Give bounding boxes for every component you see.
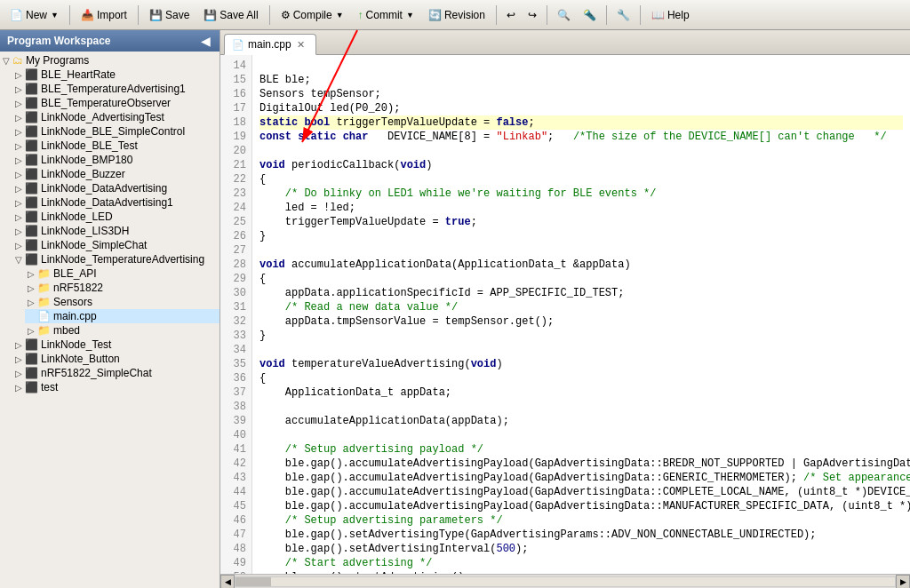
linknode-simplechat-label: LinkNode_SimpleChat <box>41 239 147 251</box>
my-programs-label: My Programs <box>26 54 89 67</box>
code-editor[interactable]: 14 15 16 17 18 19 20 21 22 23 24 25 26 2… <box>220 55 910 574</box>
undo-button[interactable]: ↩ <box>501 4 521 27</box>
linknode-advtest-label: LinkNode_AdvertisingTest <box>41 111 164 123</box>
code-line-48: ble.gap().setAdvertisingInterval(500); <box>259 543 528 555</box>
help-label: Help <box>667 9 690 21</box>
commit-button[interactable]: ↑ Commit ▼ <box>352 4 420 27</box>
line-num-41: 41 <box>226 442 246 457</box>
sidebar-item-my-programs[interactable]: ▽ 🗂 My Programs <box>0 53 220 68</box>
expand-linknode-ble-test-icon: ▷ <box>12 141 25 151</box>
code-line-36: { <box>259 372 266 385</box>
sidebar-item-ble-tempadv1[interactable]: ▷ ⬛ BLE_TemperatureAdvertising1 <box>12 82 220 96</box>
compile-button[interactable]: ⚙ Compile ▼ <box>275 4 350 27</box>
sidebar-item-linknode-ble-test[interactable]: ▷ ⬛ LinkNode_BLE_Test <box>12 139 220 153</box>
commit-dropdown-arrow: ▼ <box>406 11 414 20</box>
program-linknode-lis3dh-icon: ⬛ <box>25 225 38 237</box>
sidebar-item-linknode-advtest[interactable]: ▷ ⬛ LinkNode_AdvertisingTest <box>12 110 220 124</box>
compile-icon: ⚙ <box>281 9 291 21</box>
sidebar-item-linknode-ble-simple[interactable]: ▷ ⬛ LinkNode_BLE_SimpleControl <box>12 124 220 139</box>
sidebar-item-linknode-bmp180[interactable]: ▷ ⬛ LinkNode_BMP180 <box>12 153 220 167</box>
sidebar-item-sensors[interactable]: ▷ 📁 Sensors <box>25 295 220 309</box>
horizontal-scrollbar[interactable]: ◀ ▶ <box>220 574 910 588</box>
sidebar-item-mbed[interactable]: ▷ 📁 mbed <box>25 323 220 338</box>
tab-icon-main-cpp: 📄 <box>232 39 244 51</box>
sidebar-item-nrf51822[interactable]: ▷ 📁 nRF51822 <box>25 281 220 295</box>
redo-icon: ↪ <box>528 9 537 21</box>
folder-my-programs-icon: 🗂 <box>12 54 23 67</box>
search2-button[interactable]: 🔦 <box>578 4 602 27</box>
scroll-track[interactable] <box>235 576 896 587</box>
sidebar-collapse-button[interactable]: ◀ <box>199 34 212 48</box>
code-line-19: const static char DEVICE_NAME[8] = "Link… <box>259 131 887 143</box>
linknode-dataadv-label: LinkNode_DataAdvertising <box>41 182 167 195</box>
sidebar-item-linknode-buzzer[interactable]: ▷ ⬛ LinkNode_Buzzer <box>12 167 220 181</box>
sidebar-item-linknode-test[interactable]: ▷ ⬛ LinkNode_Test <box>12 338 220 352</box>
code-line-33: } <box>259 330 266 342</box>
tab-main-cpp[interactable]: 📄 main.cpp ✕ <box>224 34 316 55</box>
expand-linknote-button-icon: ▷ <box>12 354 25 364</box>
sidebar-item-linknode-lis3dh[interactable]: ▷ ⬛ LinkNode_LIS3DH <box>12 224 220 238</box>
line-num-27: 27 <box>226 243 246 258</box>
expand-nrf51822-icon: ▷ <box>25 283 37 293</box>
line-num-31: 31 <box>226 300 246 314</box>
sidebar-title: Program Workspace <box>7 35 111 47</box>
code-line-32: appData.tmpSensorValue = tempSensor.get(… <box>259 315 554 328</box>
line-numbers: 14 15 16 17 18 19 20 21 22 23 24 25 26 2… <box>220 55 252 574</box>
line-num-23: 23 <box>226 187 246 201</box>
tool-button[interactable]: 🔧 <box>611 4 635 27</box>
save-button[interactable]: 💾 Save <box>143 4 196 27</box>
import-button[interactable]: 📥 Import <box>75 4 133 27</box>
linknode-tempadv-children: ▷ 📁 BLE_API ▷ 📁 nRF51822 ▷ 📁 Sensors <box>12 266 220 338</box>
sidebar-item-main-cpp[interactable]: 📄 main.cpp <box>25 309 220 323</box>
help-button[interactable]: 📖 Help <box>645 4 696 27</box>
expand-nrf51822-simplechat-icon: ▷ <box>12 369 25 378</box>
scroll-left-button[interactable]: ◀ <box>220 575 235 589</box>
code-line-35: void temperatureValueAdvertising(void) <box>259 358 503 370</box>
sidebar-item-ble-tempobs[interactable]: ▷ ⬛ BLE_TemperatureObserver <box>12 96 220 110</box>
sidebar-item-linknode-tempadv[interactable]: ▽ ⬛ LinkNode_TemperatureAdvertising <box>12 252 220 266</box>
program-linknode-ble-simple-icon: ⬛ <box>25 125 38 138</box>
sidebar-item-linknode-simplechat[interactable]: ▷ ⬛ LinkNode_SimpleChat <box>12 238 220 252</box>
line-num-33: 33 <box>226 329 246 343</box>
program-linknode-ble-test-icon: ⬛ <box>25 139 38 152</box>
scroll-right-button[interactable]: ▶ <box>896 575 910 589</box>
line-num-32: 32 <box>226 314 246 329</box>
code-line-43: ble.gap().accumulateAdvertisingPayload(G… <box>259 472 910 484</box>
sidebar-item-linknote-button[interactable]: ▷ ⬛ LinkNote_Button <box>12 352 220 366</box>
test-label: test <box>41 381 58 393</box>
redo-button[interactable]: ↪ <box>523 4 542 27</box>
code-line-41: /* Setup advertising payload */ <box>259 443 483 456</box>
line-num-40: 40 <box>226 428 246 442</box>
scroll-thumb[interactable] <box>235 577 271 586</box>
program-linknode-test-icon: ⬛ <box>25 338 38 351</box>
sidebar-item-test[interactable]: ▷ ⬛ test <box>12 380 220 394</box>
linknode-ble-simple-label: LinkNode_BLE_SimpleControl <box>41 125 185 138</box>
program-linknode-advtest-icon: ⬛ <box>25 111 38 123</box>
program-test-icon: ⬛ <box>25 381 38 393</box>
expand-linknode-bmp180-icon: ▷ <box>12 155 25 165</box>
line-num-49: 49 <box>226 556 246 570</box>
line-num-43: 43 <box>226 471 246 485</box>
sensors-label: Sensors <box>53 296 92 308</box>
sidebar-item-ble-api[interactable]: ▷ 📁 BLE_API <box>25 266 220 281</box>
code-content[interactable]: BLE ble; Sensors tempSensor; DigitalOut … <box>252 55 910 574</box>
folder-mbed-icon: 📁 <box>37 324 51 337</box>
commit-label: Commit <box>366 9 403 21</box>
sidebar-item-ble-heartrate[interactable]: ▷ ⬛ BLE_HeartRate <box>12 68 220 82</box>
expand-linknode-simplechat-icon: ▷ <box>12 241 25 250</box>
code-line-46: /* Setup advertising parameters */ <box>259 514 503 527</box>
sidebar-item-nrf51822-simplechat[interactable]: ▷ ⬛ nRF51822_SimpleChat <box>12 366 220 380</box>
sidebar-item-linknode-led[interactable]: ▷ ⬛ LinkNode_LED <box>12 210 220 224</box>
linknode-ble-test-label: LinkNode_BLE_Test <box>41 139 138 152</box>
code-line-16: Sensors tempSensor; <box>259 88 381 100</box>
sidebar-item-linknode-dataadv1[interactable]: ▷ ⬛ LinkNode_DataAdvertising1 <box>12 195 220 210</box>
revision-button[interactable]: 🔄 Revision <box>422 4 491 27</box>
new-button[interactable]: 📄 New ▼ <box>4 4 65 27</box>
line-num-28: 28 <box>226 258 246 272</box>
search1-button[interactable]: 🔍 <box>552 4 576 27</box>
tab-close-main-cpp[interactable]: ✕ <box>295 39 307 51</box>
sidebar-item-linknode-dataadv[interactable]: ▷ ⬛ LinkNode_DataAdvertising <box>12 181 220 195</box>
save-all-button[interactable]: 💾 Save All <box>197 4 264 27</box>
line-num-20: 20 <box>226 144 246 158</box>
linknode-tempadv-label: LinkNode_TemperatureAdvertising <box>41 253 204 266</box>
